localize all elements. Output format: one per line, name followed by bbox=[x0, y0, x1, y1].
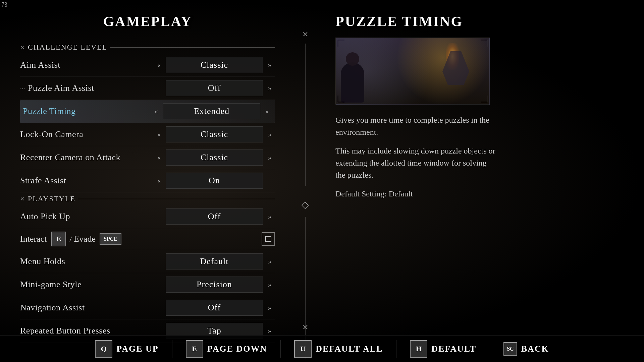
page-down-action[interactable]: E PAGE DOWN bbox=[172, 340, 281, 358]
bottom-bar: Q PAGE UP E PAGE DOWN U DEFAULT ALL H DE… bbox=[0, 335, 644, 362]
divider-column: ✕ ◇ ✕ bbox=[295, 0, 315, 362]
back-action[interactable]: SC BACK bbox=[490, 342, 562, 356]
cross-marker-playstyle: ✕ bbox=[20, 196, 25, 202]
detail-description1: Gives you more time to complete puzzles … bbox=[335, 114, 496, 138]
aim-assist-right-arrow[interactable]: » bbox=[264, 57, 275, 73]
category-challenge-level: ✕ CHALLENGE LEVEL bbox=[20, 43, 275, 52]
puzzle-timing-left-arrow[interactable]: « bbox=[151, 103, 162, 119]
setting-lock-on-camera[interactable]: Lock-On Camera « Classic » bbox=[20, 123, 275, 146]
image-corner-tr bbox=[481, 40, 487, 47]
default-action[interactable]: H DEFAULT bbox=[396, 340, 490, 358]
default-all-key[interactable]: U bbox=[294, 340, 312, 358]
recenter-camera-control[interactable]: « Classic » bbox=[154, 149, 275, 166]
repeated-button-presses-label: Repeated Button Presses bbox=[20, 326, 154, 336]
puzzle-aim-assist-control[interactable]: « Off » bbox=[154, 80, 275, 96]
back-key[interactable]: SC bbox=[503, 342, 517, 356]
minigame-style-label: Mini-game Style bbox=[20, 280, 154, 290]
strafe-assist-left-arrow[interactable]: « bbox=[154, 173, 164, 189]
interact-evade-row: Interact E / Evade SPCE bbox=[20, 228, 275, 250]
puzzle-aim-assist-right-arrow[interactable]: » bbox=[264, 80, 275, 96]
menu-holds-right-arrow[interactable]: » bbox=[264, 253, 275, 269]
auto-pickup-control[interactable]: « Off » bbox=[154, 208, 275, 225]
evade-key-spce[interactable]: SPCE bbox=[100, 233, 121, 245]
default-all-action[interactable]: U DEFAULT ALL bbox=[281, 340, 396, 358]
cross-marker-left: ✕ bbox=[20, 44, 25, 51]
page-down-label: PAGE DOWN bbox=[207, 344, 267, 354]
setting-strafe-assist[interactable]: Strafe Assist « On » bbox=[20, 169, 275, 192]
image-corner-bl bbox=[338, 96, 344, 102]
recenter-camera-value: Classic bbox=[166, 149, 263, 166]
main-content: GAMEPLAY ✕ CHALLENGE LEVEL Aim Assist « … bbox=[0, 0, 644, 362]
menu-holds-value: Default bbox=[166, 253, 263, 269]
separator: / bbox=[69, 235, 72, 244]
svg-rect-0 bbox=[266, 236, 271, 242]
setting-menu-holds[interactable]: Menu Holds « Default » bbox=[20, 250, 275, 273]
strafe-assist-control[interactable]: « On » bbox=[154, 173, 275, 189]
setting-auto-pickup[interactable]: Auto Pick Up « Off » bbox=[20, 205, 275, 228]
setting-aim-assist[interactable]: Aim Assist « Classic » bbox=[20, 54, 275, 77]
aim-assist-control[interactable]: « Classic » bbox=[154, 57, 275, 73]
interact-key-e[interactable]: E bbox=[51, 232, 66, 246]
aim-assist-label: Aim Assist bbox=[20, 60, 154, 70]
lock-on-camera-value: Classic bbox=[166, 126, 263, 142]
detail-title: PUZZLE TIMING bbox=[335, 13, 624, 29]
evade-label: Evade bbox=[74, 234, 96, 244]
navigation-assist-right-arrow[interactable]: » bbox=[264, 300, 275, 316]
right-panel: PUZZLE TIMING bbox=[315, 0, 644, 362]
auto-pickup-label: Auto Pick Up bbox=[20, 212, 154, 222]
fps-counter: 73 bbox=[1, 1, 7, 8]
default-label: DEFAULT bbox=[431, 344, 476, 354]
menu-holds-label: Menu Holds bbox=[20, 256, 154, 266]
hint-dots: ··· bbox=[20, 85, 25, 92]
page-up-key[interactable]: Q bbox=[95, 340, 112, 358]
square-button-icon bbox=[262, 232, 275, 246]
interact-label: Interact bbox=[20, 234, 47, 244]
minigame-style-right-arrow[interactable]: » bbox=[264, 277, 275, 293]
category-playstyle: ✕ PLAYSTYLE bbox=[20, 194, 275, 203]
lock-on-camera-label: Lock-On Camera bbox=[20, 129, 154, 139]
puzzle-timing-control[interactable]: « Extended » bbox=[151, 103, 272, 119]
auto-pickup-right-arrow[interactable]: » bbox=[264, 208, 275, 225]
puzzle-aim-assist-label: ···Puzzle Aim Assist bbox=[20, 83, 154, 93]
bottom-cross-marker: ✕ bbox=[302, 323, 308, 332]
strafe-assist-label: Strafe Assist bbox=[20, 176, 154, 186]
puzzle-aim-assist-value: Off bbox=[166, 80, 263, 96]
image-corner-br bbox=[481, 96, 487, 102]
recenter-camera-right-arrow[interactable]: » bbox=[264, 149, 275, 166]
navigation-assist-control[interactable]: « Off » bbox=[154, 300, 275, 316]
detail-image bbox=[335, 38, 490, 105]
navigation-assist-value: Off bbox=[166, 300, 263, 316]
lock-on-camera-left-arrow[interactable]: « bbox=[154, 126, 164, 142]
puzzle-timing-value: Extended bbox=[163, 103, 260, 119]
recenter-camera-left-arrow[interactable]: « bbox=[154, 149, 164, 166]
setting-navigation-assist[interactable]: Navigation Assist « Off » bbox=[20, 296, 275, 319]
auto-pickup-value: Off bbox=[166, 208, 263, 225]
diamond-icon: ◇ bbox=[302, 199, 309, 210]
page-up-label: PAGE UP bbox=[116, 344, 158, 354]
lock-on-camera-control[interactable]: « Classic » bbox=[154, 126, 275, 142]
page-down-key[interactable]: E bbox=[186, 340, 203, 358]
setting-puzzle-aim-assist[interactable]: ···Puzzle Aim Assist « Off » bbox=[20, 77, 275, 100]
lock-on-camera-right-arrow[interactable]: » bbox=[264, 126, 275, 142]
strafe-assist-value: On bbox=[166, 173, 263, 189]
default-all-label: DEFAULT ALL bbox=[316, 344, 383, 354]
page-up-action[interactable]: Q PAGE UP bbox=[82, 340, 172, 358]
gameplay-title: GAMEPLAY bbox=[20, 13, 275, 29]
detail-description2: This may include slowing down puzzle obj… bbox=[335, 145, 496, 181]
aim-assist-left-arrow[interactable]: « bbox=[154, 57, 164, 73]
setting-minigame-style[interactable]: Mini-game Style « Precision » bbox=[20, 273, 275, 296]
top-diamond-marker: ✕ bbox=[302, 30, 308, 39]
back-label: BACK bbox=[521, 344, 549, 354]
navigation-assist-label: Navigation Assist bbox=[20, 303, 154, 313]
setting-recenter-camera[interactable]: Recenter Camera on Attack « Classic » bbox=[20, 146, 275, 169]
puzzle-timing-right-arrow[interactable]: » bbox=[262, 103, 272, 119]
detail-default-setting: Default Setting: Default bbox=[335, 188, 624, 200]
menu-holds-control[interactable]: « Default » bbox=[154, 253, 275, 269]
minigame-style-control[interactable]: « Precision » bbox=[154, 277, 275, 293]
character-head bbox=[346, 52, 359, 66]
puzzle-timing-label: Puzzle Timing bbox=[23, 106, 151, 116]
settings-list: ✕ CHALLENGE LEVEL Aim Assist « Classic »… bbox=[20, 40, 275, 349]
default-key[interactable]: H bbox=[410, 340, 427, 358]
aim-assist-value: Classic bbox=[166, 57, 263, 73]
setting-puzzle-timing[interactable]: Puzzle Timing « Extended » bbox=[20, 100, 275, 123]
